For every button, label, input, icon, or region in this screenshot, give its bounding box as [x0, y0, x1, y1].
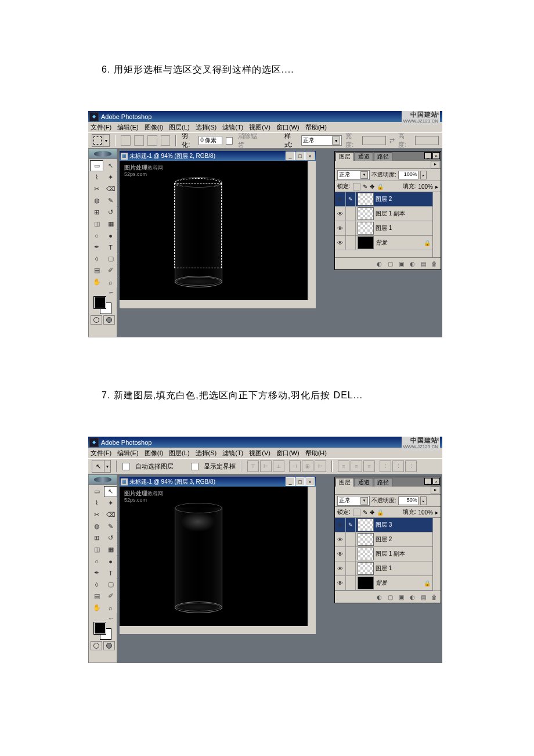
layer-row[interactable]: 👁图层 1 副本 — [335, 207, 441, 221]
move-tool-icon[interactable]: ↖ — [104, 160, 117, 171]
fx-icon[interactable]: ◐ — [375, 593, 383, 601]
shape-tool-icon[interactable]: ▢ — [104, 579, 117, 590]
intersect-selection-icon[interactable] — [161, 135, 171, 146]
auto-select-checkbox[interactable] — [122, 463, 130, 470]
menu-edit[interactable]: 编辑(E) — [117, 449, 139, 458]
pen-tool-icon[interactable]: ◊ — [90, 579, 103, 590]
panel-close-icon[interactable]: × — [432, 478, 440, 485]
visibility-icon[interactable]: 👁 — [335, 532, 346, 546]
link-icon[interactable] — [346, 236, 356, 250]
lasso-tool-icon[interactable]: ⌇ — [90, 172, 103, 183]
lock-position-icon[interactable]: ✥ — [370, 183, 374, 190]
move-tool-icon[interactable]: ↖ — [104, 486, 117, 497]
blur-tool-icon[interactable]: ○ — [90, 556, 103, 567]
heal-tool-icon[interactable]: ◍ — [90, 195, 103, 206]
layer-row[interactable]: 👁图层 1 副本 — [335, 547, 441, 561]
opacity-slider-icon[interactable]: ▸ — [420, 496, 427, 505]
panel-min-icon[interactable]: _ — [424, 152, 432, 159]
hand-tool-icon[interactable]: ✋ — [90, 276, 103, 287]
align-hcenter-icon[interactable]: ⊞ — [302, 460, 313, 472]
layer-row[interactable]: 👁✎图层 2 — [335, 192, 441, 207]
trash-icon[interactable]: 🗑 — [430, 593, 438, 601]
lock-pixels-icon[interactable]: ✎ — [363, 509, 367, 516]
wand-tool-icon[interactable]: ✦ — [104, 498, 117, 509]
quickmask-mode-icon[interactable] — [103, 315, 115, 325]
menu-select[interactable]: 选择(S) — [196, 123, 217, 132]
quickmask-mode-icon[interactable] — [103, 641, 115, 650]
visibility-icon[interactable]: 👁 — [335, 207, 346, 221]
align-left-icon[interactable]: ⊣ — [289, 460, 301, 472]
fg-bg-colors[interactable] — [94, 297, 111, 314]
dist-hcenter-icon[interactable]: ⋮ — [392, 460, 404, 472]
swap-colors-icon[interactable]: ⤺ — [109, 290, 114, 296]
menu-window[interactable]: 窗口(W) — [276, 123, 300, 132]
visibility-icon[interactable]: 👁 — [335, 192, 346, 206]
new-layer-icon[interactable]: ▤ — [419, 260, 427, 268]
fill-input[interactable]: 100% — [418, 183, 433, 190]
link-icon[interactable] — [346, 532, 356, 546]
dist-right-icon[interactable]: ⋮ — [405, 460, 417, 472]
current-tool-icon[interactable] — [92, 134, 103, 147]
pen-tool-icon[interactable]: ◊ — [90, 253, 103, 264]
menu-filter[interactable]: 滤镜(T) — [222, 123, 243, 132]
tab-layers[interactable]: 图层 — [335, 152, 354, 161]
fill-slider-icon[interactable]: ▸ — [435, 183, 438, 190]
minimize-icon[interactable]: _ — [286, 477, 295, 486]
menu-help[interactable]: 帮助(H) — [305, 123, 327, 132]
show-bounds-checkbox[interactable] — [191, 463, 199, 470]
subtract-selection-icon[interactable] — [147, 135, 157, 146]
adjustment-icon[interactable]: ◐ — [408, 593, 416, 601]
new-layer-icon[interactable]: ▤ — [419, 593, 427, 601]
lasso-tool-icon[interactable]: ⌇ — [90, 498, 103, 509]
standard-mode-icon[interactable] — [91, 315, 102, 325]
fg-color[interactable] — [94, 297, 106, 308]
blur-tool-icon[interactable]: ○ — [90, 230, 103, 241]
new-selection-icon[interactable] — [121, 135, 131, 146]
slice-tool-icon[interactable]: ⌫ — [104, 509, 117, 520]
antialias-checkbox[interactable] — [226, 137, 233, 145]
menu-filter[interactable]: 滤镜(T) — [222, 449, 243, 458]
layer-row[interactable]: 👁图层 1 — [335, 221, 441, 236]
slice-tool-icon[interactable]: ⌫ — [104, 183, 117, 195]
opacity-slider-icon[interactable]: ▸ — [420, 171, 427, 179]
panel-close-icon[interactable]: × — [432, 152, 440, 159]
close-icon[interactable]: × — [305, 477, 315, 486]
menu-view[interactable]: 视图(V) — [249, 449, 270, 458]
align-top-icon[interactable]: ⊤ — [247, 460, 259, 472]
visibility-icon[interactable]: 👁 — [335, 547, 346, 561]
folder-icon[interactable]: ▣ — [397, 593, 405, 601]
current-tool-icon[interactable]: ↖ — [92, 460, 104, 473]
link-icon[interactable] — [346, 221, 356, 235]
align-vcenter-icon[interactable]: ⊢ — [260, 460, 272, 472]
menu-edit[interactable]: 编辑(E) — [117, 123, 139, 132]
type-tool-icon[interactable]: T — [104, 242, 117, 253]
gradient-tool-icon[interactable]: ▦ — [104, 218, 117, 229]
menu-file[interactable]: 文件(F) — [91, 123, 111, 132]
link-icon[interactable] — [346, 576, 356, 590]
heal-tool-icon[interactable]: ◍ — [90, 521, 103, 532]
layer-row[interactable]: 👁图层 1 — [335, 561, 441, 576]
type-tool-icon[interactable]: T — [104, 567, 117, 578]
maximize-icon[interactable]: □ — [295, 152, 305, 160]
panel-menu-icon[interactable]: ▸ — [431, 487, 439, 494]
blend-mode-select[interactable]: 正常▼ — [337, 170, 370, 180]
feather-input[interactable]: 0 像素 — [199, 136, 222, 145]
link-icon[interactable] — [346, 547, 356, 561]
document-titlebar[interactable]: ▦ 未标题-1 @ 94% (图层 3, RGB/8) _ □ × — [120, 477, 316, 487]
gradient-tool-icon[interactable]: ▦ — [104, 544, 117, 555]
visibility-icon[interactable]: 👁 — [335, 576, 346, 590]
eyedropper-tool-icon[interactable]: ✐ — [104, 265, 117, 276]
lock-position-icon[interactable]: ✥ — [370, 509, 374, 516]
align-right-icon[interactable]: ⊢ — [315, 460, 326, 472]
dodge-tool-icon[interactable]: ● — [104, 556, 117, 567]
stamp-tool-icon[interactable]: ⊞ — [90, 532, 103, 543]
style-select[interactable]: 正常▼ — [301, 135, 342, 146]
lock-all-icon[interactable]: 🔒 — [377, 183, 384, 190]
panel-menu-icon[interactable]: ▸ — [431, 161, 439, 168]
blend-mode-select[interactable]: 正常▼ — [337, 496, 370, 506]
menu-help[interactable]: 帮助(H) — [305, 449, 327, 458]
lock-trans-icon[interactable] — [353, 183, 360, 190]
zoom-tool-icon[interactable]: ⌕ — [104, 602, 117, 613]
tool-preset-dropdown[interactable]: ▼ — [103, 134, 109, 147]
dist-vcenter-icon[interactable]: ≡ — [351, 460, 362, 472]
